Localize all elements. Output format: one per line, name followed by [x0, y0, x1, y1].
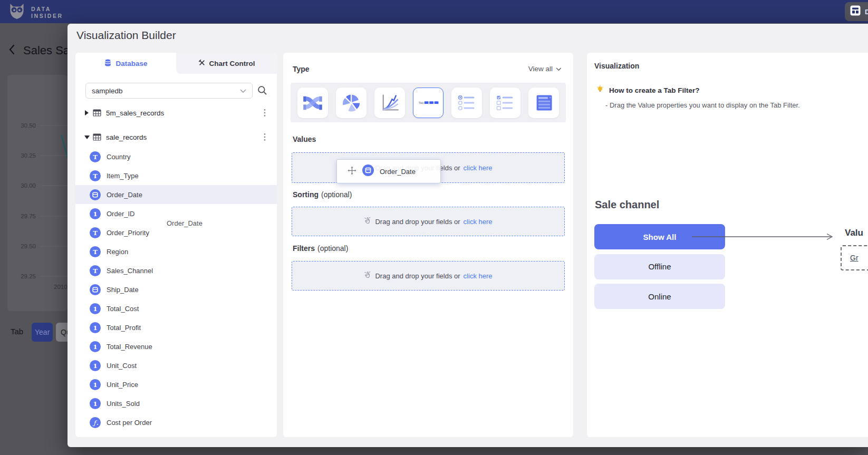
annotation-group-label: Gr [850, 254, 859, 262]
field-row-total-revenue[interactable]: 1Total_Revenue [75, 337, 277, 356]
caret-down-icon[interactable] [84, 135, 90, 139]
dropzone-click-here-link[interactable]: click here [464, 272, 493, 280]
field-row-sales-channel[interactable]: TSales_Channel [75, 261, 277, 280]
chart-type-sankey[interactable] [297, 88, 328, 118]
chart-type-tab-filter[interactable]: Tab [413, 88, 443, 118]
svg-text:1: 1 [93, 210, 97, 217]
back-button[interactable] [8, 44, 15, 55]
chart-type-line[interactable] [374, 88, 405, 118]
field-label: Order_Date [107, 191, 142, 199]
dropzone-hint: Drag and drop your fields or [375, 272, 460, 280]
preview-option-offline[interactable]: Offline [594, 254, 725, 279]
page-title: Sales Sa [23, 44, 70, 57]
data-table-icon [533, 92, 554, 113]
field-row-order-priority[interactable]: TOrder_Priority [75, 223, 277, 242]
chart-type-strip: Tab [291, 83, 566, 122]
database-select[interactable]: sampledb [85, 83, 253, 99]
chevron-down-icon [556, 65, 562, 73]
field-type-icon-number: 1 [90, 360, 101, 371]
field-row-order-id[interactable]: 1Order_ID [75, 204, 277, 223]
tools-icon [198, 59, 206, 68]
y-tick: 30.25 [21, 152, 36, 159]
gridline [40, 246, 67, 246]
field-type-icon-number: 1 [90, 341, 101, 352]
builder-panel: Type View all Tab Values Drag and drop y… [283, 53, 573, 437]
annotation-group-box[interactable]: Gr [841, 245, 868, 270]
field-label: Total_Revenue [107, 343, 152, 351]
dashboard-button[interactable]: D [845, 2, 868, 21]
preview-option-online[interactable]: Online [594, 284, 725, 309]
visualization-title: Visualization [594, 62, 639, 70]
svg-text:T: T [93, 267, 98, 274]
gridline [40, 156, 67, 156]
caret-right-icon[interactable] [84, 110, 90, 115]
field-row-ship-date[interactable]: Ship_Date [75, 280, 277, 299]
field-row-unit-price[interactable]: 1Unit_Price [75, 375, 277, 394]
field-row-total-cost[interactable]: 1Total_Cost [75, 299, 277, 318]
field-row-item-type[interactable]: TItem_Type [75, 166, 277, 185]
dragged-field-chip[interactable]: Order_Date [336, 159, 441, 183]
field-row-total-profit[interactable]: 1Total_Profit [75, 318, 277, 337]
type-section-label: Type [293, 65, 310, 73]
tree-node-sale-records[interactable]: sale_records [75, 129, 277, 145]
tap-hand-icon [364, 271, 372, 280]
chart-type-data-table[interactable] [528, 88, 559, 118]
field-label: Unit_Cost [107, 362, 137, 370]
preview-chart-title: Sale channel [595, 199, 659, 211]
search-icon[interactable] [257, 85, 267, 95]
field-label: Total_Cost [107, 305, 139, 313]
field-type-icon-number: 1 [90, 379, 101, 390]
field-type-icon-function: ƒ [90, 417, 101, 428]
database-icon [104, 59, 112, 69]
sorting-section-label: Sorting(optional) [293, 190, 352, 199]
year-tab-button[interactable]: Year [32, 323, 53, 342]
svg-text:1: 1 [93, 305, 97, 312]
chart-type-checkbox-list[interactable] [490, 88, 520, 118]
database-panel: Database Chart Control sampledb [75, 53, 277, 437]
gridline [40, 186, 67, 186]
filters-section-label: Filters(optional) [293, 244, 348, 253]
table-icon [93, 109, 102, 117]
database-select-value: sampledb [92, 87, 123, 95]
svg-text:1: 1 [93, 362, 97, 369]
dropzone-click-here-link[interactable]: click here [464, 164, 493, 172]
field-row-order-date[interactable]: Order_Date [75, 185, 277, 204]
dashboard-icon [850, 5, 861, 18]
svg-text:T: T [93, 153, 98, 160]
tab-filter-label: Tab [11, 327, 23, 336]
left-panel-tabbar: Database Chart Control [75, 53, 277, 74]
kebab-menu-icon[interactable] [261, 109, 268, 117]
chart-type-pie[interactable] [336, 88, 367, 118]
chip-label: Order_Date [380, 168, 416, 176]
owl-logo-icon [7, 3, 26, 22]
svg-text:1: 1 [93, 324, 97, 331]
kebab-menu-icon[interactable] [261, 133, 268, 141]
field-row-country[interactable]: TCountry [75, 147, 277, 166]
field-label: Unit_Price [107, 381, 138, 389]
gridline [40, 216, 67, 216]
field-row-cost-per-order[interactable]: ƒCost per Order [75, 413, 277, 432]
dropzone-click-here-link[interactable]: click here [464, 218, 493, 226]
field-type-icon-number: 1 [90, 303, 101, 314]
field-row-units-sold[interactable]: 1Units_Sold [75, 394, 277, 413]
svg-text:T: T [93, 248, 98, 255]
tab-chart-control[interactable]: Chart Control [176, 53, 277, 74]
tab-database[interactable]: Database [75, 53, 176, 74]
brand: DATA INSIDER [7, 3, 63, 22]
view-all-dropdown[interactable]: View all [528, 65, 562, 73]
filters-dropzone[interactable]: Drag and drop your fields or click here [292, 261, 565, 291]
sorting-dropzone[interactable]: Drag and drop your fields or click here [292, 207, 565, 236]
modal-title: Visualization Builder [76, 29, 176, 42]
svg-text:T: T [93, 229, 98, 236]
field-type-icon-date [362, 164, 374, 178]
field-label: Order_ID [107, 210, 134, 218]
field-row-unit-cost[interactable]: 1Unit_Cost [75, 356, 277, 375]
tree-node-label: 5m_sales_records [106, 109, 261, 117]
values-section-label: Values [293, 135, 319, 143]
field-label: Item_Type [107, 172, 139, 180]
field-row-region[interactable]: TRegion [75, 242, 277, 261]
annotation-arrow [691, 233, 838, 241]
chart-type-radio-list[interactable] [451, 88, 482, 118]
tree-node-5m-sales-records[interactable]: 5m_sales_records [75, 105, 277, 121]
field-type-icon-text: T [90, 246, 101, 257]
